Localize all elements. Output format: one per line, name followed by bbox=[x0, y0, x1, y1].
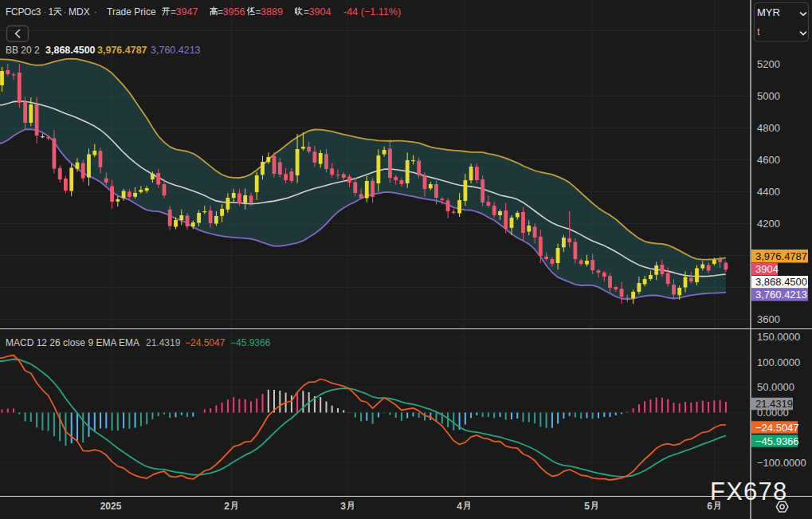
svg-text:4600: 4600 bbox=[757, 154, 780, 166]
svg-text:1: 1 bbox=[49, 6, 54, 18]
svg-text:3,976.4787: 3,976.4787 bbox=[97, 45, 147, 56]
svg-text:3,868.4500: 3,868.4500 bbox=[45, 45, 96, 56]
svg-text:5: 5 bbox=[584, 501, 590, 512]
svg-text:150.0000: 150.0000 bbox=[757, 331, 800, 343]
svg-text:−45.9366: −45.9366 bbox=[755, 435, 799, 447]
svg-text:·: · bbox=[44, 6, 47, 18]
svg-text:3,760.4213: 3,760.4213 bbox=[755, 289, 807, 301]
svg-text:5000: 5000 bbox=[757, 90, 780, 102]
svg-text:4200: 4200 bbox=[757, 218, 780, 230]
svg-text:·: · bbox=[94, 6, 97, 18]
svg-text:MYR: MYR bbox=[757, 6, 780, 18]
svg-text:−24.5047: −24.5047 bbox=[185, 337, 226, 348]
svg-text:−24.5047: −24.5047 bbox=[755, 422, 799, 434]
svg-text:4400: 4400 bbox=[757, 186, 780, 198]
svg-text:MDX: MDX bbox=[69, 6, 90, 18]
svg-text:3889: 3889 bbox=[261, 6, 283, 18]
svg-text:Trade Price: Trade Price bbox=[107, 6, 156, 18]
svg-text:t: t bbox=[757, 26, 760, 37]
svg-text:2025: 2025 bbox=[100, 501, 122, 512]
svg-text:−100.0000: −100.0000 bbox=[757, 457, 806, 469]
svg-text:4800: 4800 bbox=[757, 122, 780, 134]
svg-text:2: 2 bbox=[224, 501, 229, 512]
svg-text:3956: 3956 bbox=[223, 6, 245, 18]
svg-text:MACD 12 26 close 9 EMA EMA: MACD 12 26 close 9 EMA EMA bbox=[6, 337, 139, 348]
svg-text:3,976.4787: 3,976.4787 bbox=[755, 250, 807, 262]
svg-text:3904: 3904 bbox=[755, 263, 779, 275]
svg-text:FCPOc3: FCPOc3 bbox=[6, 6, 41, 18]
svg-text:5200: 5200 bbox=[757, 58, 780, 70]
svg-text:3,868.4500: 3,868.4500 bbox=[755, 276, 807, 288]
svg-text:FX678: FX678 bbox=[710, 478, 787, 505]
svg-text:·: · bbox=[64, 6, 67, 18]
svg-text:3,760.4213: 3,760.4213 bbox=[151, 45, 201, 56]
svg-text:3600: 3600 bbox=[757, 313, 780, 325]
svg-text:4: 4 bbox=[457, 501, 462, 512]
svg-text:−45.9366: −45.9366 bbox=[230, 337, 271, 348]
svg-text:100.0000: 100.0000 bbox=[757, 356, 800, 368]
svg-text:3904: 3904 bbox=[309, 6, 331, 18]
svg-text:21.4319: 21.4319 bbox=[755, 398, 793, 410]
svg-text:21.4319: 21.4319 bbox=[146, 337, 181, 348]
svg-text:3947: 3947 bbox=[176, 6, 198, 18]
svg-text:3: 3 bbox=[340, 501, 346, 512]
svg-text:-44 (−1.11%): -44 (−1.11%) bbox=[343, 6, 401, 18]
svg-text:BB 20 2: BB 20 2 bbox=[6, 45, 40, 56]
svg-text:50.0000: 50.0000 bbox=[757, 381, 794, 393]
